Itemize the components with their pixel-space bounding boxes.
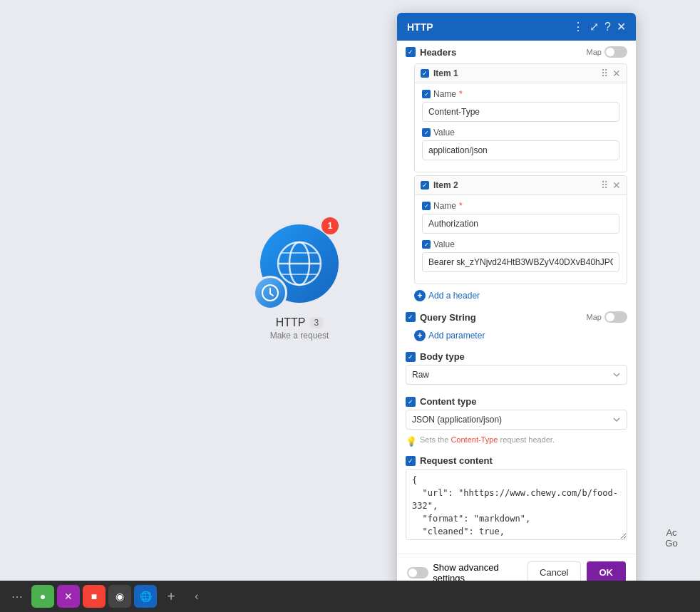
request-content-title: Request content (420, 455, 627, 466)
headers-toggle-group: Map (587, 46, 627, 58)
item1-checkbox[interactable] (421, 69, 429, 78)
http-node[interactable]: 1 HTTP 3 Make a request (242, 214, 356, 341)
headers-title: Headers (420, 47, 582, 58)
right-content: Ac Go (643, 527, 700, 549)
panel-body: Headers Map Item 1 ⠿ ✕ (397, 41, 636, 554)
item1-name-field: Name * (422, 89, 619, 122)
item1-value-field: Value (422, 128, 619, 160)
right-line2: Go (665, 538, 677, 549)
item2-value-input[interactable] (422, 252, 619, 272)
item2-checkbox[interactable] (421, 181, 429, 190)
http-panel: HTTP ⋮ ⤢ ? ✕ Headers Map Item 1 (397, 13, 636, 591)
item1-name-input[interactable] (422, 102, 619, 122)
item1-actions: ⠿ ✕ (601, 68, 621, 79)
item2-value-checkbox[interactable] (422, 240, 431, 249)
body-type-select-wrap: Raw Form Data x-www-form-urlencoded None (397, 365, 636, 390)
svg-line-7 (270, 294, 273, 296)
add-header-btn[interactable]: + Add a header (397, 287, 636, 304)
item2-name-field: Name * (422, 201, 619, 234)
panel-header: HTTP ⋮ ⤢ ? ✕ (397, 13, 636, 41)
request-content-section-row: Request content (397, 450, 636, 469)
add-header-icon: + (414, 290, 426, 301)
query-toggle-label: Map (587, 313, 602, 321)
item2-name-checkbox[interactable] (422, 202, 431, 210)
toolbar-arrow-btn[interactable]: ‹ (185, 585, 208, 608)
advanced-toggle: Show advanced settings (407, 562, 527, 584)
hint-icon: 💡 (406, 436, 417, 447)
item1-value-checkbox[interactable] (422, 128, 431, 137)
query-checkbox[interactable] (406, 312, 416, 322)
headers-toggle[interactable] (604, 46, 627, 58)
notification-badge: 1 (321, 217, 339, 234)
content-type-section-row: Content type (397, 390, 636, 410)
item2-name-label: Name * (422, 201, 619, 211)
item1-name-required: * (459, 89, 463, 99)
add-header-label: Add a header (428, 291, 480, 301)
advanced-settings-toggle[interactable] (407, 567, 428, 579)
header-actions: ⋮ ⤢ ? ✕ (572, 20, 626, 33)
toolbar-add-btn[interactable]: + (160, 585, 182, 608)
footer-left: Show advanced settings (407, 562, 527, 584)
body-type-section-row: Body type (397, 346, 636, 365)
panel-title: HTTP (407, 21, 433, 33)
item2-body: Name * Value (415, 195, 627, 284)
close-icon[interactable]: ✕ (617, 20, 626, 33)
body-type-title: Body type (420, 351, 627, 362)
toolbar-green-btn[interactable]: ● (31, 585, 54, 608)
content-type-title: Content type (420, 396, 627, 407)
query-toggle[interactable] (604, 311, 627, 323)
item1-name-label: Name * (422, 89, 619, 99)
node-subtitle: Make a request (270, 331, 329, 341)
item1-value-label: Value (422, 128, 619, 138)
item2-drag-icon[interactable]: ⠿ (601, 180, 608, 191)
request-content-textarea[interactable]: { "url": "hhttps://www.chewy.com/b/food-… (406, 469, 627, 540)
content-type-select[interactable]: JSON (application/json) Text XML HTML (406, 410, 627, 430)
node-title: HTTP (276, 316, 306, 329)
content-type-link[interactable]: Content-Type (451, 435, 498, 444)
item2-title: Item 2 (433, 180, 597, 190)
bottom-toolbar: ⋯ ● ✕ ■ ◉ 🌐 + ‹ (0, 581, 700, 612)
step-badge: 3 (310, 317, 324, 328)
advanced-settings-label: Show advanced settings (433, 562, 527, 584)
add-parameter-label: Add parameter (428, 331, 485, 341)
body-type-select[interactable]: Raw Form Data x-www-form-urlencoded None (406, 365, 627, 385)
toolbar-dark-btn[interactable]: ◉ (108, 585, 131, 608)
toolbar-blue-btn[interactable]: 🌐 (134, 585, 157, 608)
content-type-select-wrap: JSON (application/json) Text XML HTML (397, 410, 636, 432)
header-item-1: Item 1 ⠿ ✕ Name * (414, 63, 627, 172)
item2-delete-icon[interactable]: ✕ (612, 180, 621, 191)
item1-name-checkbox[interactable] (422, 90, 431, 98)
item2-name-input[interactable] (422, 214, 619, 234)
item1-value-input[interactable] (422, 140, 619, 160)
add-parameter-icon: + (414, 330, 426, 341)
item1-delete-icon[interactable]: ✕ (612, 68, 621, 79)
content-type-checkbox[interactable] (406, 397, 416, 407)
headers-section-row: Headers Map (397, 41, 636, 61)
request-content-checkbox[interactable] (406, 456, 416, 466)
item2-value-label: Value (422, 239, 619, 249)
query-title: Query String (420, 312, 582, 323)
hint-text: Sets the Content-Type request header. (420, 435, 555, 444)
item1-drag-icon[interactable]: ⠿ (601, 68, 608, 79)
expand-icon[interactable]: ⤢ (590, 20, 599, 33)
http-node-icon: 1 (242, 214, 356, 313)
content-type-hint: 💡 Sets the Content-Type request header. (397, 432, 636, 450)
clock-icon (253, 276, 287, 310)
toolbar-purple-btn[interactable]: ✕ (57, 585, 80, 608)
item1-body: Name * Value (415, 83, 627, 172)
item2-name-required: * (459, 201, 463, 211)
item1-title: Item 1 (433, 68, 597, 78)
query-toggle-group: Map (587, 311, 627, 323)
http-label: HTTP 3 (276, 316, 323, 329)
headers-checkbox[interactable] (406, 47, 416, 57)
add-parameter-btn[interactable]: + Add parameter (397, 327, 636, 344)
item2-actions: ⠿ ✕ (601, 180, 621, 191)
item1-header: Item 1 ⠿ ✕ (415, 64, 627, 83)
dots-icon[interactable]: ⋮ (572, 20, 584, 33)
toolbar-dots-btn[interactable]: ⋯ (6, 585, 29, 608)
help-icon[interactable]: ? (604, 21, 611, 33)
body-type-checkbox[interactable] (406, 352, 416, 362)
headers-toggle-label: Map (587, 48, 602, 56)
query-string-section-row: Query String Map (397, 306, 636, 326)
toolbar-red-btn[interactable]: ■ (83, 585, 105, 608)
